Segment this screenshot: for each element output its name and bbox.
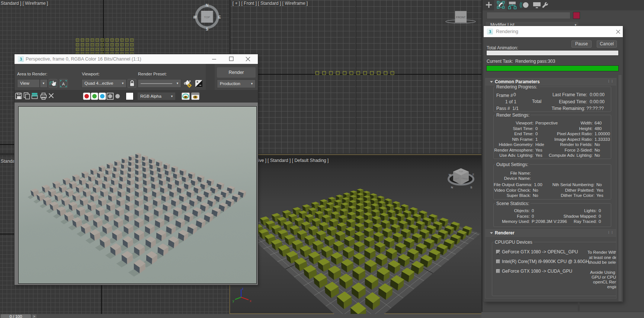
svg-text:y: y [233,299,234,303]
svg-text:z: z [242,287,244,291]
svg-text:TOP: TOP [459,171,463,173]
svg-text:W: W [449,173,451,176]
svg-text:FRONT: FRONT [456,16,466,19]
svg-text:S: S [470,186,472,189]
svg-text:N: N [451,186,453,189]
svg-text:A: A [62,82,65,86]
svg-text:x: x [250,299,251,303]
svg-text:E: E [472,173,474,176]
